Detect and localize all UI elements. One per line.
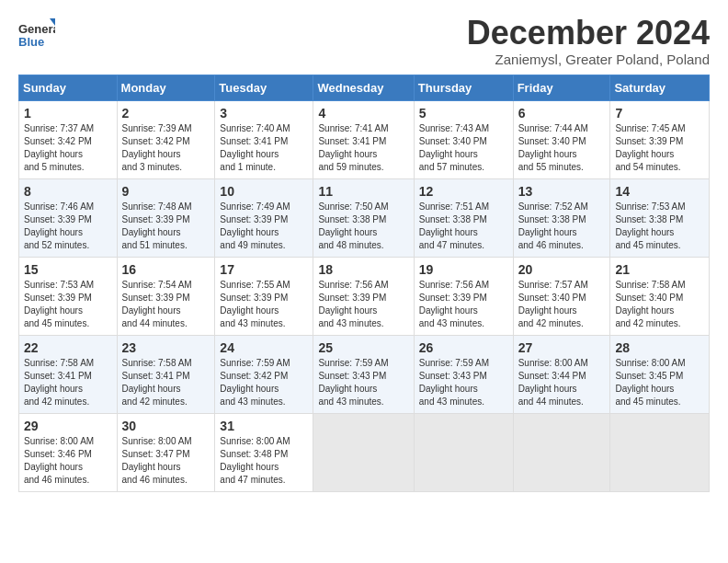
calendar-cell: 20Sunrise: 7:57 AMSunset: 3:40 PMDayligh… (513, 257, 610, 335)
daylight-value: and 45 minutes. (615, 396, 704, 408)
sunset-text: Sunset: 3:44 PM (518, 370, 606, 383)
day-info: Sunrise: 7:48 AMSunset: 3:39 PMDaylight … (122, 201, 210, 252)
day-info: Sunrise: 7:55 AMSunset: 3:39 PMDaylight … (220, 279, 308, 330)
daylight-value: and 42 minutes. (615, 317, 704, 330)
daylight-value: and 43 minutes. (318, 396, 408, 408)
daylight-value: and 55 minutes. (518, 161, 606, 174)
weekday-header-friday: Friday (513, 75, 610, 100)
day-number: 26 (419, 340, 508, 355)
sunrise-text: Sunrise: 8:00 AM (122, 435, 210, 448)
day-number: 24 (220, 340, 308, 355)
calendar-cell: 27Sunrise: 8:00 AMSunset: 3:44 PMDayligh… (513, 335, 610, 413)
calendar-cell: 25Sunrise: 7:59 AMSunset: 3:43 PMDayligh… (313, 335, 414, 413)
weekday-header-sunday: Sunday (19, 75, 118, 100)
day-number: 6 (518, 106, 606, 121)
month-title: December 2024 (467, 15, 710, 52)
sunset-text: Sunset: 3:38 PM (518, 213, 606, 226)
daylight-value: and 49 minutes. (220, 239, 308, 252)
sunrise-text: Sunrise: 7:41 AM (318, 122, 408, 135)
logo: General Blue (18, 18, 55, 52)
sunrise-text: Sunrise: 7:59 AM (220, 357, 308, 370)
calendar-cell: 15Sunrise: 7:53 AMSunset: 3:39 PMDayligh… (19, 257, 118, 335)
daylight-value: and 44 minutes. (518, 396, 606, 408)
weekday-header-monday: Monday (117, 75, 215, 100)
day-number: 4 (318, 106, 408, 121)
sunset-text: Sunset: 3:41 PM (24, 370, 112, 383)
day-info: Sunrise: 7:49 AMSunset: 3:39 PMDaylight … (220, 201, 308, 252)
weekday-header-wednesday: Wednesday (313, 75, 414, 100)
daylight-label: Daylight hours (318, 226, 408, 239)
calendar-cell: 1Sunrise: 7:37 AMSunset: 3:42 PMDaylight… (19, 100, 118, 178)
sunrise-text: Sunrise: 7:51 AM (419, 201, 508, 213)
weekday-header-tuesday: Tuesday (215, 75, 313, 100)
daylight-value: and 5 minutes. (24, 161, 112, 174)
day-number: 5 (419, 106, 508, 121)
daylight-value: and 47 minutes. (220, 474, 308, 487)
day-number: 23 (122, 340, 210, 355)
daylight-value: and 43 minutes. (220, 396, 308, 408)
calendar-cell: 7Sunrise: 7:45 AMSunset: 3:39 PMDaylight… (610, 100, 710, 178)
day-info: Sunrise: 7:37 AMSunset: 3:42 PMDaylight … (24, 122, 112, 174)
sunrise-text: Sunrise: 7:56 AM (318, 279, 408, 292)
sunrise-text: Sunrise: 7:43 AM (419, 122, 508, 135)
calendar-cell: 16Sunrise: 7:54 AMSunset: 3:39 PMDayligh… (117, 257, 215, 335)
day-info: Sunrise: 7:56 AMSunset: 3:39 PMDaylight … (318, 279, 408, 330)
calendar-cell: 18Sunrise: 7:56 AMSunset: 3:39 PMDayligh… (313, 257, 414, 335)
day-info: Sunrise: 8:00 AMSunset: 3:45 PMDaylight … (615, 357, 704, 408)
calendar-cell: 29Sunrise: 8:00 AMSunset: 3:46 PMDayligh… (19, 413, 118, 491)
day-number: 31 (220, 419, 308, 433)
calendar-cell: 21Sunrise: 7:58 AMSunset: 3:40 PMDayligh… (610, 257, 710, 335)
daylight-value: and 46 minutes. (122, 474, 210, 487)
week-row-5: 29Sunrise: 8:00 AMSunset: 3:46 PMDayligh… (19, 413, 710, 491)
calendar-cell: 19Sunrise: 7:56 AMSunset: 3:39 PMDayligh… (414, 257, 513, 335)
daylight-label: Daylight hours (220, 383, 308, 396)
daylight-value: and 43 minutes. (419, 317, 508, 330)
day-info: Sunrise: 7:53 AMSunset: 3:38 PMDaylight … (615, 201, 704, 252)
sunrise-text: Sunrise: 7:58 AM (615, 279, 704, 292)
sunrise-text: Sunrise: 7:53 AM (615, 201, 704, 213)
weekday-header-thursday: Thursday (414, 75, 513, 100)
calendar-cell: 9Sunrise: 7:48 AMSunset: 3:39 PMDaylight… (117, 178, 215, 257)
calendar-cell: 14Sunrise: 7:53 AMSunset: 3:38 PMDayligh… (610, 178, 710, 257)
day-info: Sunrise: 8:00 AMSunset: 3:46 PMDaylight … (24, 435, 112, 487)
day-info: Sunrise: 7:58 AMSunset: 3:40 PMDaylight … (615, 279, 704, 330)
week-row-4: 22Sunrise: 7:58 AMSunset: 3:41 PMDayligh… (19, 335, 710, 413)
sunset-text: Sunset: 3:39 PM (615, 135, 704, 148)
sunrise-text: Sunrise: 7:45 AM (615, 122, 704, 135)
daylight-label: Daylight hours (318, 383, 408, 396)
day-number: 19 (419, 262, 508, 277)
sunset-text: Sunset: 3:38 PM (615, 213, 704, 226)
day-info: Sunrise: 7:45 AMSunset: 3:39 PMDaylight … (615, 122, 704, 174)
sunset-text: Sunset: 3:39 PM (122, 292, 210, 304)
daylight-value: and 44 minutes. (122, 317, 210, 330)
day-info: Sunrise: 7:57 AMSunset: 3:40 PMDaylight … (518, 279, 606, 330)
calendar-cell: 24Sunrise: 7:59 AMSunset: 3:42 PMDayligh… (215, 335, 313, 413)
day-number: 11 (318, 184, 408, 199)
sunrise-text: Sunrise: 7:48 AM (122, 201, 210, 213)
daylight-label: Daylight hours (24, 461, 112, 474)
sunset-text: Sunset: 3:47 PM (122, 448, 210, 461)
calendar-cell: 30Sunrise: 8:00 AMSunset: 3:47 PMDayligh… (117, 413, 215, 491)
sunrise-text: Sunrise: 7:58 AM (122, 357, 210, 370)
calendar-cell: 3Sunrise: 7:40 AMSunset: 3:41 PMDaylight… (215, 100, 313, 178)
sunrise-text: Sunrise: 7:49 AM (220, 201, 308, 213)
day-number: 7 (615, 106, 704, 121)
svg-text:Blue: Blue (18, 35, 44, 49)
day-number: 25 (318, 340, 408, 355)
daylight-label: Daylight hours (615, 383, 704, 396)
day-info: Sunrise: 7:43 AMSunset: 3:40 PMDaylight … (419, 122, 508, 174)
day-info: Sunrise: 7:39 AMSunset: 3:42 PMDaylight … (122, 122, 210, 174)
daylight-value: and 46 minutes. (24, 474, 112, 487)
sunrise-text: Sunrise: 8:00 AM (615, 357, 704, 370)
sunset-text: Sunset: 3:42 PM (122, 135, 210, 148)
sunset-text: Sunset: 3:38 PM (318, 213, 408, 226)
daylight-label: Daylight hours (122, 461, 210, 474)
sunrise-text: Sunrise: 7:39 AM (122, 122, 210, 135)
day-number: 27 (518, 340, 606, 355)
sunrise-text: Sunrise: 7:53 AM (24, 279, 112, 292)
title-section: December 2024 Zaniemysl, Greater Poland,… (467, 15, 710, 67)
daylight-label: Daylight hours (122, 304, 210, 317)
day-number: 1 (24, 106, 112, 121)
sunset-text: Sunset: 3:38 PM (419, 213, 508, 226)
day-number: 3 (220, 106, 308, 121)
